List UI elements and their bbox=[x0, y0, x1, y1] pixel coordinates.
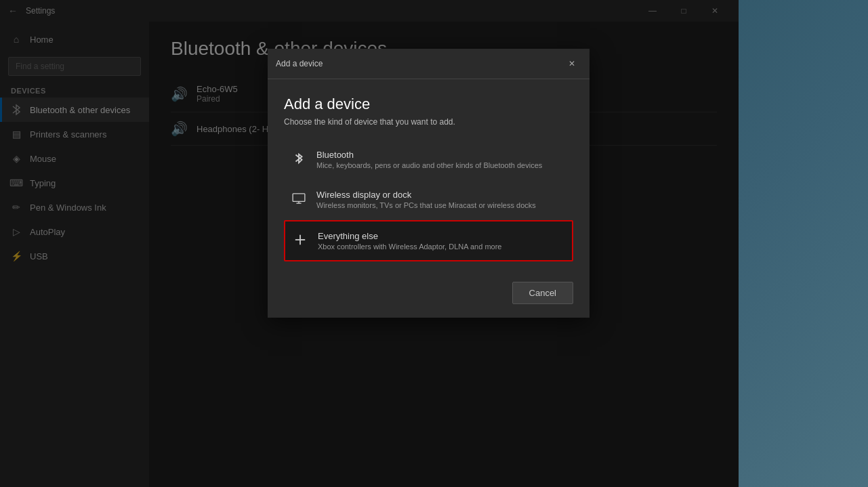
settings-window: ← Settings — □ ✕ ⌂ Home Devices bbox=[0, 0, 739, 487]
option-everything-title: Everything else bbox=[318, 231, 564, 241]
option-everything-else[interactable]: Everything else Xbox controllers with Wi… bbox=[284, 220, 573, 261]
option-wireless-display[interactable]: Wireless display or dock Wireless monito… bbox=[284, 180, 573, 219]
wireless-display-icon bbox=[292, 193, 306, 207]
dialog-heading: Add a device bbox=[284, 96, 573, 113]
everything-else-icon bbox=[293, 234, 307, 249]
option-bluetooth-title: Bluetooth bbox=[316, 150, 565, 160]
cancel-button[interactable]: Cancel bbox=[512, 282, 573, 304]
add-device-dialog: Add a device ✕ Add a device Choose the k… bbox=[268, 49, 590, 318]
svg-rect-0 bbox=[293, 193, 305, 201]
option-wireless-title: Wireless display or dock bbox=[316, 190, 565, 200]
option-everything-desc: Xbox controllers with Wireless Adaptor, … bbox=[318, 242, 564, 251]
bluetooth-option-icon bbox=[292, 152, 306, 168]
dialog-footer: Cancel bbox=[268, 274, 590, 318]
dialog-body: Add a device Choose the kind of device t… bbox=[268, 79, 590, 274]
dialog-title-text: Add a device bbox=[276, 59, 323, 68]
dialog-subtext: Choose the kind of device that you want … bbox=[284, 117, 573, 127]
dialog-titlebar: Add a device ✕ bbox=[268, 49, 590, 79]
option-wireless-desc: Wireless monitors, TVs or PCs that use M… bbox=[316, 201, 565, 209]
option-bluetooth-desc: Mice, keyboards, pens or audio and other… bbox=[316, 161, 565, 169]
dialog-close-button[interactable]: ✕ bbox=[562, 54, 581, 73]
option-bluetooth[interactable]: Bluetooth Mice, keyboards, pens or audio… bbox=[284, 140, 573, 179]
